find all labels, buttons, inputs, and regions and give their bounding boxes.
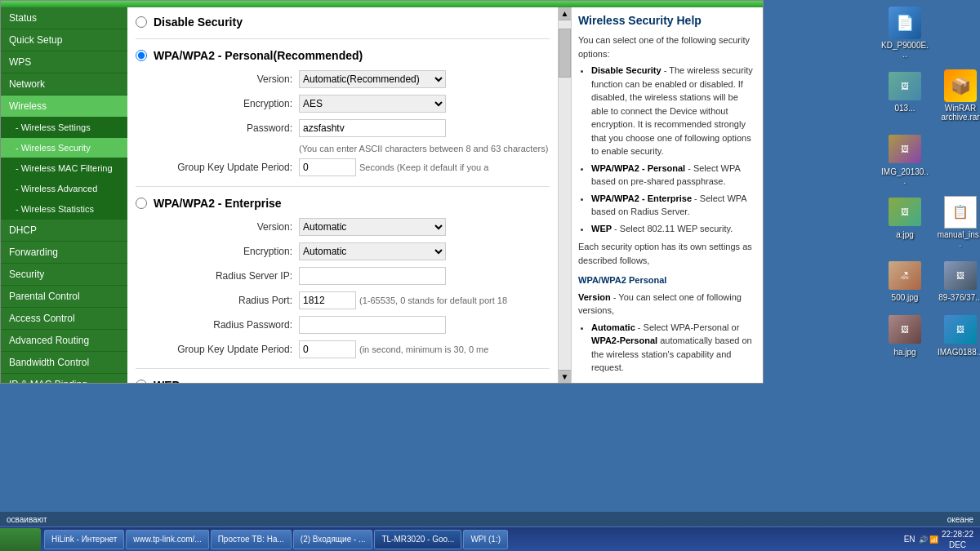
version-label: Version: [152,73,299,85]
radius-ip-input[interactable] [299,267,446,285]
desktop-icon-imag[interactable]: 🖼 IMAG0188... [936,313,980,361]
taskbar: HiLink - Интернетwww.tp-link.com/...Прос… [0,527,980,551]
taskbar-item[interactable]: www.tp-link.com/... [126,530,208,549]
radius-pass-row: Radius Password: [136,316,550,334]
wpa-personal-radio[interactable] [136,50,147,61]
password-row: Password: [136,119,550,137]
wpa-enterprise-radio[interactable] [136,198,147,209]
help-version-list: Automatic - Select WPA-Personal or WPA2-… [578,321,756,375]
help-title: Wireless Security Help [578,14,756,27]
sidebar-item-accesscontrol[interactable]: Access Control [1,308,127,330]
wep-header: WEP [136,379,550,383]
wep-radio[interactable] [136,380,147,383]
bottom-left-text: осваивают [7,515,47,524]
scrollbar[interactable]: ▲ ▼ [558,7,571,383]
sidebar-item-quicksetup[interactable]: Quick Setup [1,29,127,51]
password-note: (You can enter ASCII characters between … [283,144,550,158]
scroll-thumb[interactable] [559,29,571,78]
taskbar-item[interactable]: TL-MR3020 - Goo... [374,530,461,549]
disable-security-radio[interactable] [136,16,147,28]
ent-version-row: Version: Automatic WPA WPA2 [136,218,550,236]
disable-security-header: Disable Security [136,16,550,29]
radius-pass-input[interactable] [299,316,446,334]
desktop-icon-img2013[interactable]: 🖼 IMG_20130... [880,133,929,189]
password-input[interactable] [299,119,446,137]
taskbar-item[interactable]: (2) Входящие - ... [293,530,373,549]
sidebar-item-security[interactable]: Security [1,264,127,286]
help-version-text: Version - You can select one of followin… [578,291,756,318]
sidebar-item-advancedrouting[interactable]: Advanced Routing [1,330,127,352]
taskbar-item[interactable]: HiLink - Интернет [44,530,124,549]
help-item-personal: WPA/WPA2 - Personal - Select WPA based o… [591,162,756,189]
sidebar-item-dhcp[interactable]: DHCP [1,220,127,242]
sidebar-item-wirelessstatistics[interactable]: - Wireless Statistics [1,199,127,220]
sidebar-item-wps[interactable]: WPS [1,51,127,73]
ent-version-select[interactable]: Automatic WPA WPA2 [299,218,446,236]
browser-content: StatusQuick SetupWPSNetworkWireless- Wir… [1,7,763,383]
encryption-row: Encryption: AES TKIP Automatic [136,95,550,113]
help-wpa-title: WPA/WPA2 Personal [578,273,756,287]
desktop-icon-89[interactable]: 🖼 89-376/37... [936,259,980,306]
icon-ajpg-label: a.jpg [896,230,914,239]
sidebar-item-bandwidthcontrol[interactable]: Bandwidth Control [1,352,127,374]
desktop-icon-hajpg[interactable]: 🖼 ha.jpg [880,313,929,361]
icon-img2013-label: IMG_20130... [881,167,929,185]
icon-kd-label: KD_P9000E... [881,41,929,59]
group-key-label: Group Key Update Period: [152,162,299,173]
ent-group-key-input[interactable] [299,340,356,358]
radius-ip-label: Radius Server IP: [152,270,299,282]
wpa-personal-label: WPA/WPA2 - Personal(Recommended) [154,49,363,62]
desktop-icon-kd[interactable]: 📄 KD_P9000E... [880,7,929,63]
icon-imag-label: IMAG0188... [938,348,980,357]
sidebar-item-parentalcontrol[interactable]: Parental Control [1,286,127,308]
help-following: Each security option has its own setting… [578,240,756,267]
group-key-input[interactable] [299,158,356,176]
desktop: StatusQuick SetupWPSNetworkWireless- Wir… [0,0,980,551]
scroll-track [559,20,571,370]
scroll-up[interactable]: ▲ [559,7,571,20]
sidebar: StatusQuick SetupWPSNetworkWireless- Wir… [1,7,127,383]
version-select[interactable]: Automatic(Recommended) WPA WPA2 [299,70,446,88]
ent-group-key-hint: (in second, minimum is 30, 0 me [359,344,488,354]
tray-lang: EN [904,535,915,544]
tray-icons: 🔊 📶 [919,535,939,544]
taskbar-item[interactable]: Простое ТВ: На... [211,530,292,549]
ent-group-key-label: Group Key Update Period: [152,344,299,355]
scroll-down[interactable]: ▼ [559,370,571,383]
version-row: Version: Automatic(Recommended) WPA WPA2 [136,70,550,88]
sidebar-item-wirelesssettings[interactable]: - Wireless Settings [1,118,127,138]
help-intro: You can select one of the following secu… [578,33,756,60]
content-panel: Disable Security WPA/WPA2 - Personal(Rec… [127,7,558,383]
start-button[interactable] [0,528,41,551]
taskbar-items: HiLink - Интернетwww.tp-link.com/...Прос… [41,530,898,549]
sidebar-item-wirelesssecurity[interactable]: - Wireless Security [1,138,127,158]
wpa-personal-header: WPA/WPA2 - Personal(Recommended) [136,49,550,62]
bottom-right-text: океане [947,515,973,524]
sidebar-item-ipmacbinding[interactable]: IP & MAC Binding [1,374,127,383]
sidebar-item-status[interactable]: Status [1,7,127,29]
ent-encryption-select[interactable]: Automatic AES TKIP [299,242,446,260]
desktop-icon-winrar[interactable]: 📦 WinRAR archive.rar [936,69,980,126]
taskbar-item[interactable]: WPI (1:) [463,530,508,549]
sidebar-item-forwarding[interactable]: Forwarding [1,242,127,264]
help-panel: Wireless Security Help You can select on… [571,7,763,383]
icon-013-label: 013... [894,104,915,113]
help-content: You can select one of the following secu… [578,33,756,375]
radius-port-input[interactable] [299,291,356,309]
desktop-icon-empty1 [936,7,980,63]
desktop-icon-ajpg[interactable]: 🖼 a.jpg [880,196,929,252]
sidebar-item-wirelessadvanced[interactable]: - Wireless Advanced [1,179,127,199]
desktop-icon-500[interactable]: 🏖 500.jpg [880,259,929,306]
encryption-select[interactable]: AES TKIP Automatic [299,95,446,113]
ent-version-label: Version: [152,221,299,233]
desktop-icon-013[interactable]: 🖼 013... [880,69,929,126]
help-item-wep: WEP - Select 802.11 WEP security. [591,222,756,236]
desktop-icons: 📄 KD_P9000E... 🖼 013... 📦 WinRAR archive… [874,0,980,367]
help-item-disable: Disable Security - The wireless security… [591,64,756,158]
sidebar-item-network[interactable]: Network [1,73,127,96]
desktop-icon-manual[interactable]: 📋 manual_ins... [936,196,980,252]
sidebar-item-wirelessmacfiltering[interactable]: - Wireless MAC Filtering [1,158,127,179]
disable-security-label: Disable Security [154,16,243,29]
icon-500-label: 500.jpg [892,293,919,302]
sidebar-item-wireless[interactable]: Wireless [1,96,127,118]
